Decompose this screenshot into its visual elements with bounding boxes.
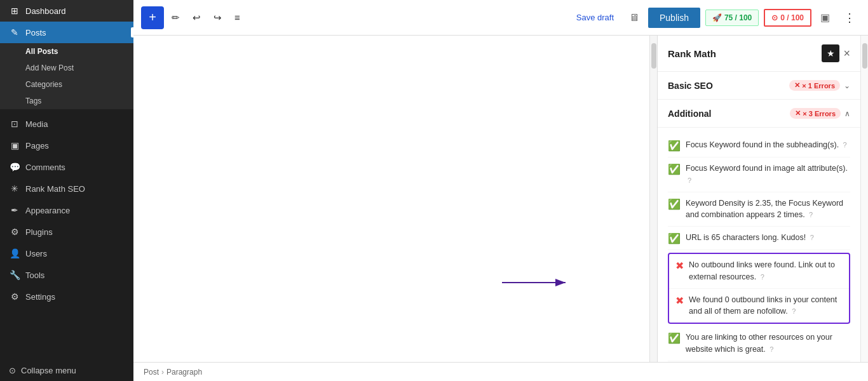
editor-scrollbar[interactable]	[649, 36, 657, 362]
redo-button[interactable]: ↪	[208, 8, 227, 27]
checklist-item-3: ✅ URL is 65 characters long. Kudos! ?	[668, 227, 850, 250]
basic-seo-error-badge: ✕ × 1 Errors	[789, 80, 840, 91]
error-x-icon: ✕	[794, 81, 800, 90]
list-view-button[interactable]: ≡	[229, 8, 245, 27]
sidebar-item-comments[interactable]: 💬 Comments	[0, 156, 133, 178]
panel-scrollbar-thumb	[862, 43, 867, 69]
sidebar-item-settings[interactable]: ⚙ Settings	[0, 286, 133, 307]
checklist-item-0: ✅ Focus Keyword found in the subheading(…	[668, 134, 850, 157]
basic-seo-label: Basic SEO	[668, 81, 713, 91]
sidebar-item-pages[interactable]: ▣ Pages	[0, 135, 133, 156]
help-icon-2[interactable]: ?	[809, 211, 813, 218]
submenu-tags[interactable]: Tags	[0, 93, 133, 109]
panel-scroll-area: Basic SEO ✕ × 1 Errors ⌄ Additional	[658, 72, 860, 362]
checklist-item-7: ✅ You haven't used this Focus Keyword	[668, 361, 850, 363]
help-icon-0[interactable]: ?	[843, 141, 847, 149]
arrow-indicator	[502, 274, 572, 293]
panel-title: Rank Math	[668, 48, 716, 59]
media-icon: ⊡	[9, 119, 20, 129]
basic-seo-chevron: ⌄	[844, 81, 850, 90]
publish-button[interactable]: Publish	[648, 8, 700, 28]
submenu-categories[interactable]: Categories	[0, 76, 133, 93]
help-icon-3[interactable]: ?	[810, 234, 814, 241]
sidebar-item-plugins[interactable]: ⚙ Plugins	[0, 221, 133, 243]
check-text-3: URL is 65 characters long. Kudos! ?	[686, 232, 814, 244]
panel-header-actions: ★ ×	[822, 44, 850, 62]
help-icon-4[interactable]: ?	[761, 273, 764, 281]
check-icon-6: ✅	[668, 332, 681, 344]
collapse-menu[interactable]: ⊙ Collapse menu	[0, 360, 133, 381]
additional-x-icon: ✕	[795, 109, 801, 117]
toolbar-right: Save draft 🖥 Publish 🚀 75 / 100 ⊙ 0 / 10…	[570, 8, 860, 28]
editor-content[interactable]	[133, 36, 649, 362]
checklist: ✅ Focus Keyword found in the subheading(…	[658, 128, 860, 362]
additional-section[interactable]: Additional ✕ × 3 Errors ∧	[658, 100, 860, 128]
seo-score-green[interactable]: 🚀 75 / 100	[705, 10, 759, 26]
editor-area: Rank Math ★ × Basic SEO ✕ × 1 Errors ⌄	[133, 36, 868, 362]
sidebar-item-media[interactable]: ⊡ Media	[0, 113, 133, 135]
close-panel-button[interactable]: ×	[843, 47, 850, 60]
check-icon-2: ✅	[668, 198, 681, 210]
settings-icon: ⚙	[9, 291, 20, 302]
tools-icon: 🔧	[9, 270, 20, 280]
breadcrumb-separator: ›	[161, 368, 164, 377]
submenu-all-posts[interactable]: All Posts	[0, 43, 133, 60]
sidebar: ⊞ Dashboard ✎ Posts All Posts Add New Po…	[0, 0, 133, 381]
appearance-icon: ✒	[9, 205, 20, 215]
edit-tool-button[interactable]: ✏	[166, 8, 185, 27]
rankmath-icon: ✳	[9, 184, 20, 194]
bottom-bar: Post › Paragraph	[133, 362, 868, 381]
help-icon-5[interactable]: ?	[792, 307, 796, 315]
users-icon: 👤	[9, 248, 20, 258]
additional-right: ✕ × 3 Errors ∧	[790, 108, 850, 119]
check-text-0: Focus Keyword found in the subheading(s)…	[686, 139, 847, 151]
checklist-item-6: ✅ You are linking to other resources on …	[668, 326, 850, 361]
pages-icon: ▣	[9, 140, 20, 150]
posts-icon: ✎	[9, 27, 20, 37]
basic-seo-right: ✕ × 1 Errors ⌄	[789, 80, 850, 91]
check-icon-5: ✖	[675, 295, 684, 307]
seo-score-arrow-icon: 🚀	[712, 13, 722, 22]
preview-button[interactable]: 🖥	[625, 8, 643, 27]
check-icon-4: ✖	[675, 260, 684, 272]
seo-score-red[interactable]: ⊙ 0 / 100	[764, 9, 811, 27]
additional-label: Additional	[668, 109, 711, 119]
sidebar-item-appearance[interactable]: ✒ Appearance	[0, 199, 133, 221]
undo-button[interactable]: ↩	[187, 8, 206, 27]
seo-score-circle-icon: ⊙	[771, 13, 778, 22]
add-block-button[interactable]: +	[141, 6, 164, 29]
check-icon-1: ✅	[668, 163, 681, 175]
breadcrumb-paragraph: Paragraph	[166, 368, 202, 377]
check-icon-3: ✅	[668, 232, 681, 244]
checklist-item-5: ✖ We found 0 outbound links in your cont…	[669, 289, 849, 323]
sidebar-toggle-button[interactable]: ▣	[817, 8, 834, 27]
scrollbar-thumb	[651, 43, 656, 69]
sidebar-item-posts[interactable]: ✎ Posts	[0, 22, 133, 43]
posts-submenu: All Posts Add New Post Categories Tags	[0, 43, 133, 109]
check-text-5: We found 0 outbound links in your conten…	[689, 294, 843, 318]
panel-scrollbar[interactable]	[860, 36, 868, 362]
more-options-button[interactable]: ⋮	[839, 8, 860, 27]
help-icon-1[interactable]: ?	[688, 177, 691, 184]
check-text-1: Focus Keyword found in image alt attribu…	[686, 163, 850, 187]
check-text-4: No outbound links were found. Link out t…	[689, 259, 843, 283]
breadcrumb-post[interactable]: Post	[144, 368, 159, 377]
checklist-item-2: ✅ Keyword Density is 2.35, the Focus Key…	[668, 192, 850, 227]
sidebar-item-rankmath[interactable]: ✳ Rank Math SEO	[0, 178, 133, 199]
toolbar: + ✏ ↩ ↪ ≡ Save draft 🖥 Publish 🚀 75 / 10…	[133, 0, 868, 36]
sidebar-item-dashboard[interactable]: ⊞ Dashboard	[0, 0, 133, 22]
submenu-add-new-post[interactable]: Add New Post	[0, 60, 133, 76]
star-button[interactable]: ★	[822, 44, 839, 62]
sidebar-item-users[interactable]: 👤 Users	[0, 243, 133, 264]
sidebar-item-tools[interactable]: 🔧 Tools	[0, 264, 133, 286]
additional-chevron: ∧	[844, 109, 850, 118]
save-draft-button[interactable]: Save draft	[570, 9, 620, 26]
dashboard-icon: ⊞	[9, 6, 20, 16]
panel-header: Rank Math ★ ×	[658, 36, 860, 72]
help-icon-6[interactable]: ?	[770, 345, 773, 353]
plugins-icon: ⚙	[9, 227, 20, 237]
highlight-box: ✖ No outbound links were found. Link out…	[668, 253, 850, 324]
rank-math-panel: Rank Math ★ × Basic SEO ✕ × 1 Errors ⌄	[657, 36, 860, 362]
basic-seo-section[interactable]: Basic SEO ✕ × 1 Errors ⌄	[658, 72, 860, 100]
toolbar-left: + ✏ ↩ ↪ ≡	[141, 6, 245, 29]
